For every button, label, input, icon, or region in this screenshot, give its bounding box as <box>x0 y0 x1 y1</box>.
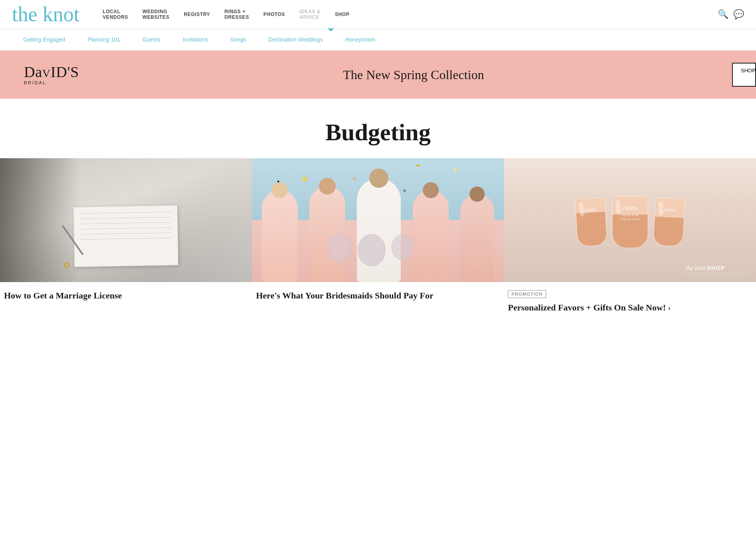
article-image-1 <box>0 158 252 282</box>
subnav-invitations[interactable]: Invitations <box>171 35 219 44</box>
partner-text: PARTNERED WITH WEDDINGSTAR <box>686 272 750 276</box>
ring-prop <box>64 263 70 268</box>
article-title-1: How to Get a Marriage License <box>4 290 248 302</box>
article-bridesmaids[interactable]: Here's What Your Bridesmaids Should Pay … <box>252 158 504 320</box>
person-4 <box>413 190 449 282</box>
bride-center <box>357 178 401 282</box>
glass-fill-left <box>576 212 607 247</box>
nav-wedding-websites[interactable]: WEDDINGWEBSITES <box>135 6 177 23</box>
article-marriage-license[interactable]: How to Get a Marriage License <box>0 158 252 320</box>
nav-ideas-advice[interactable]: IDEAS &ADVICE <box>292 6 328 23</box>
search-icon[interactable]: 🔍 <box>718 9 728 20</box>
article-title-3: Personalized Favors + Gifts On Sale Now!… <box>508 302 752 314</box>
subnav-getting-engaged[interactable]: Getting Engaged <box>12 35 76 44</box>
banner-tagline: The New Spring Collection <box>95 68 732 82</box>
wine-glass-center: cheers sophia & kaiJuly 08, 2018 <box>612 196 648 244</box>
article-image-2 <box>252 158 504 282</box>
glasses-background: cheers cheers sophia & kaiJuly 08, 2018 <box>504 158 756 282</box>
site-logo[interactable]: the knot <box>12 4 80 25</box>
article-personalized-favors[interactable]: cheers cheers sophia & kaiJuly 08, 2018 <box>504 158 756 320</box>
header: the knot LOCALVENDORS WEDDINGWEBSITES RE… <box>0 0 756 29</box>
article-text-3: PROMOTION Personalized Favors + Gifts On… <box>504 282 756 320</box>
license-background <box>0 158 252 282</box>
knot-shop-watermark: the knot SHOP PARTNERED WITH WEDDINGSTAR <box>686 264 750 276</box>
main-nav: LOCALVENDORS WEDDINGWEBSITES REGISTRY RI… <box>95 6 718 23</box>
davids-bridal-logo: DaVID'S BRIDAL <box>24 64 79 85</box>
subnav-guests[interactable]: Guests <box>131 35 171 44</box>
knot-text: the knot <box>686 264 706 272</box>
glass-body-right: cheer <box>653 197 685 247</box>
shop-text: SHOP <box>707 265 725 272</box>
nav-registry[interactable]: REGISTRY <box>177 8 217 20</box>
wine-glass-left: cheers <box>575 197 607 247</box>
chat-icon[interactable]: 💬 <box>733 9 744 20</box>
person-1 <box>262 190 298 282</box>
paper-lines <box>74 206 178 251</box>
glass-text-center: cheers <box>613 205 648 211</box>
davids-bridal-subtitle: BRIDAL <box>24 80 46 85</box>
person-5 <box>460 194 494 282</box>
glass-body-left: cheers <box>575 197 607 247</box>
glass-fill-right <box>653 217 684 247</box>
page-title: Budgeting <box>8 119 748 146</box>
document-visual <box>0 206 252 266</box>
article-text-1: How to Get a Marriage License <box>0 282 252 308</box>
subnav-planning-101[interactable]: Planning 101 <box>76 35 131 44</box>
nav-shop[interactable]: SHOP <box>328 8 356 20</box>
nav-icons: 🔍 💬 <box>718 9 744 20</box>
advertisement-banner[interactable]: DaVID'S BRIDAL The New Spring Collection… <box>0 51 756 99</box>
promotion-badge: PROMOTION <box>508 290 546 298</box>
glass-body-center: cheers sophia & kaiJuly 08, 2018 <box>612 196 648 248</box>
articles-grid: How to Get a Marriage License <box>0 158 756 320</box>
bridesmaids-background <box>252 158 504 282</box>
article-image-3: cheers cheers sophia & kaiJuly 08, 2018 <box>504 158 756 282</box>
article-title-2: Here's What Your Bridesmaids Should Pay … <box>256 290 500 302</box>
article-title-text-3: Personalized Favors + Gifts On Sale Now! <box>508 302 666 312</box>
banner-shop-button[interactable]: SHOP <box>732 63 756 87</box>
davids-bridal-name: DaVID'S <box>24 64 79 80</box>
nav-rings-dresses[interactable]: RINGS +DRESSES <box>217 6 257 23</box>
balloons <box>328 234 414 266</box>
page-title-section: Budgeting <box>0 99 756 158</box>
subnav-songs[interactable]: Songs <box>219 35 257 44</box>
subnav-honeymoon[interactable]: Honeymoon <box>334 35 387 44</box>
glass-custom-text: sophia & kaiJuly 08, 2018 <box>616 213 645 222</box>
wine-glass-right: cheer <box>653 197 685 247</box>
nav-photos[interactable]: PHOTOS <box>256 8 292 20</box>
knot-shop-logo: the knot SHOP <box>686 264 750 272</box>
sub-nav: Getting Engaged Planning 101 Guests Invi… <box>0 29 756 51</box>
paper-prop <box>74 205 179 267</box>
article-arrow-3[interactable]: › <box>668 304 670 312</box>
subnav-destination-weddings[interactable]: Destination Weddings <box>257 35 334 44</box>
article-text-2: Here's What Your Bridesmaids Should Pay … <box>252 282 504 308</box>
bridesmaids-people <box>252 178 504 282</box>
nav-local-vendors[interactable]: LOCALVENDORS <box>95 6 135 23</box>
